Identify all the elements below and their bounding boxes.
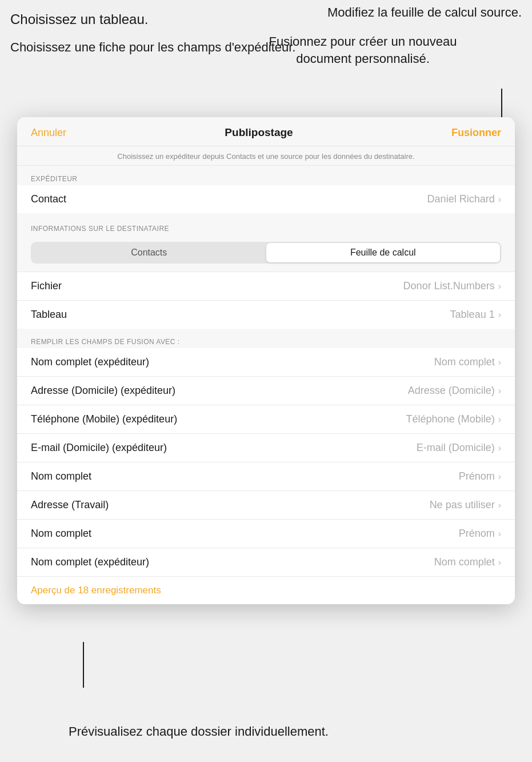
contact-label: Contact xyxy=(31,193,66,205)
segment-contacts-button[interactable]: Contacts xyxy=(32,243,266,262)
field-chevron-icon-4: › xyxy=(498,472,501,482)
fichier-row[interactable]: Fichier Donor List.Numbers › xyxy=(17,272,515,301)
field-label-2: Téléphone (Mobile) (expéditeur) xyxy=(31,413,177,425)
field-value-group-1: Adresse (Domicile) › xyxy=(408,385,501,397)
contact-value: Daniel Richard xyxy=(427,193,495,205)
field-row[interactable]: E-mail (Domicile) (expéditeur) E-mail (D… xyxy=(17,434,515,462)
field-value-group-5: Ne pas utiliser › xyxy=(430,499,501,511)
tableau-chevron-icon: › xyxy=(498,310,501,320)
destinataire-label: INFORMATIONS SUR LE DESTINATAIRE xyxy=(17,218,515,235)
modal-title: Publipostage xyxy=(225,126,293,139)
fichier-label: Fichier xyxy=(31,280,62,292)
field-value-5: Ne pas utiliser xyxy=(430,499,495,511)
contact-chevron-icon: › xyxy=(498,194,501,205)
field-label-3: E-mail (Domicile) (expéditeur) xyxy=(31,442,167,454)
annotation-top-right: Modifiez la feuille de calcul source. xyxy=(327,5,522,21)
field-value-group-6: Prénom › xyxy=(459,528,501,540)
segment-wrapper: Contacts Feuille de calcul xyxy=(17,235,515,272)
field-row[interactable]: Nom complet Prénom › xyxy=(17,462,515,491)
field-label-6: Nom complet xyxy=(31,528,91,540)
fields-rows: Nom complet (expéditeur) Nom complet › A… xyxy=(17,348,515,576)
fill-section: REMPLIR LES CHAMPS DE FUSION AVEC : Nom … xyxy=(17,331,515,604)
field-row[interactable]: Nom complet Prénom › xyxy=(17,520,515,548)
field-chevron-icon-0: › xyxy=(498,357,501,368)
annotation-top-left: Choisissez un tableau. xyxy=(10,10,148,28)
modal-header: Annuler Publipostage Fusionner xyxy=(17,117,515,146)
field-row[interactable]: Adresse (Travail) Ne pas utiliser › xyxy=(17,491,515,520)
fichier-chevron-icon: › xyxy=(498,281,501,292)
preview-link[interactable]: Aperçu de 18 enregistrements xyxy=(17,576,515,604)
field-value-6: Prénom xyxy=(459,528,495,540)
destinataire-section: INFORMATIONS SUR LE DESTINATAIRE Contact… xyxy=(17,216,515,331)
field-value-group-4: Prénom › xyxy=(459,470,501,482)
field-value-2: Téléphone (Mobile) xyxy=(406,413,495,425)
field-chevron-icon-3: › xyxy=(498,443,501,453)
field-label-5: Adresse (Travail) xyxy=(31,499,109,511)
field-row[interactable]: Téléphone (Mobile) (expéditeur) Téléphon… xyxy=(17,405,515,434)
publipostage-modal: Annuler Publipostage Fusionner Choisisse… xyxy=(17,117,515,604)
field-label-0: Nom complet (expéditeur) xyxy=(31,356,149,368)
field-value-7: Nom complet xyxy=(434,556,495,568)
modal-subtitle: Choisissez un expéditeur depuis Contacts… xyxy=(17,146,515,166)
field-value-0: Nom complet xyxy=(434,356,495,368)
field-chevron-icon-1: › xyxy=(498,386,501,396)
destinataire-rows: Fichier Donor List.Numbers › Tableau Tab… xyxy=(17,272,515,329)
field-label-1: Adresse (Domicile) (expéditeur) xyxy=(31,385,175,397)
expediteur-label: EXPÉDITEUR xyxy=(17,168,515,185)
tableau-label: Tableau xyxy=(31,309,67,321)
tableau-value-group: Tableau 1 › xyxy=(450,309,501,321)
field-chevron-icon-5: › xyxy=(498,500,501,510)
field-value-group-7: Nom complet › xyxy=(434,556,501,568)
fichier-value-group: Donor List.Numbers › xyxy=(403,280,501,292)
segment-control: Contacts Feuille de calcul xyxy=(31,242,501,264)
segment-feuille-button[interactable]: Feuille de calcul xyxy=(266,243,501,262)
field-value-group-0: Nom complet › xyxy=(434,356,501,368)
expediteur-section: EXPÉDITEUR Contact Daniel Richard › xyxy=(17,166,515,216)
field-row[interactable]: Adresse (Domicile) (expéditeur) Adresse … xyxy=(17,377,515,405)
expediteur-rows: Contact Daniel Richard › xyxy=(17,185,515,213)
field-chevron-icon-6: › xyxy=(498,529,501,539)
tableau-value: Tableau 1 xyxy=(450,309,495,321)
field-label-4: Nom complet xyxy=(31,470,91,482)
callout-line-bottom xyxy=(83,642,84,688)
annotation-bottom: Prévisualisez chaque dossier individuell… xyxy=(69,723,329,740)
field-value-4: Prénom xyxy=(459,470,495,482)
contact-row[interactable]: Contact Daniel Richard › xyxy=(17,185,515,213)
field-label-7: Nom complet (expéditeur) xyxy=(31,556,149,568)
field-value-group-3: E-mail (Domicile) › xyxy=(417,442,501,454)
field-value-group-2: Téléphone (Mobile) › xyxy=(406,413,501,425)
fichier-value: Donor List.Numbers xyxy=(403,280,495,292)
field-value-3: E-mail (Domicile) xyxy=(417,442,495,454)
annotation-mid-right: Fusionnez pour créer un nouveau document… xyxy=(240,33,486,67)
fill-section-label: REMPLIR LES CHAMPS DE FUSION AVEC : xyxy=(17,331,515,348)
field-value-1: Adresse (Domicile) xyxy=(408,385,495,397)
tableau-row[interactable]: Tableau Tableau 1 › xyxy=(17,301,515,329)
merge-button[interactable]: Fusionner xyxy=(451,127,501,139)
field-row[interactable]: Nom complet (expéditeur) Nom complet › xyxy=(17,348,515,377)
contact-value-group: Daniel Richard › xyxy=(427,193,501,205)
field-chevron-icon-7: › xyxy=(498,557,501,568)
field-row[interactable]: Nom complet (expéditeur) Nom complet › xyxy=(17,548,515,576)
cancel-button[interactable]: Annuler xyxy=(31,127,66,139)
field-chevron-icon-2: › xyxy=(498,414,501,425)
